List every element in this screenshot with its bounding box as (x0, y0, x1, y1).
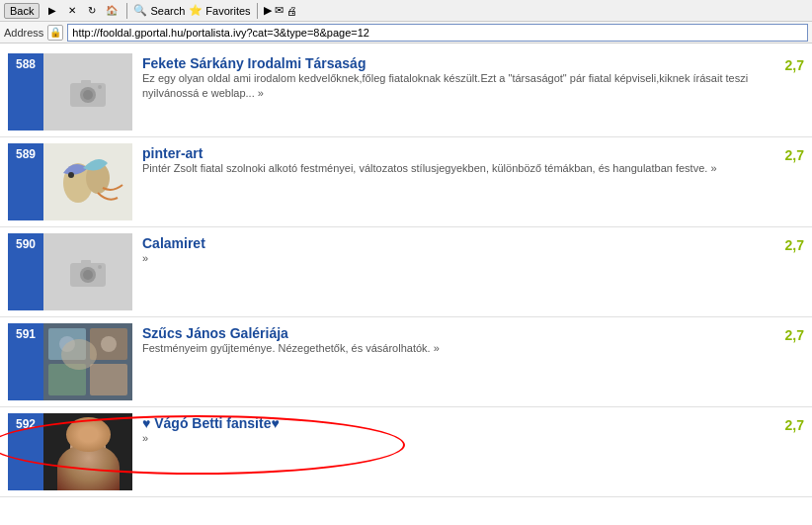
item-content: pinter-artPintér Zsolt fiatal szolnoki a… (142, 143, 774, 220)
url-text: http://fooldal.gportal.hu/portalista.ivy… (72, 27, 369, 39)
item-content: ♥ Vágó Betti fansite♥» (142, 413, 774, 490)
art-thumbnail-img (43, 143, 132, 220)
back-button[interactable]: Back (4, 3, 40, 19)
separator-1 (126, 3, 127, 19)
svg-point-22 (70, 428, 106, 468)
list-item: 589 pinter-artPintér Zsolt fiatal szolno… (0, 137, 812, 227)
svg-rect-3 (81, 80, 91, 85)
svg-rect-15 (48, 328, 86, 360)
list-item: 591 Szűcs János GalériájaFestményeim gyű… (0, 317, 812, 407)
item-thumbnail (43, 323, 132, 400)
svg-point-11 (83, 270, 93, 280)
search-icon: 🔍 (133, 4, 147, 17)
item-rating: 2,7 (774, 323, 804, 400)
svg-point-19 (59, 336, 75, 352)
media-icon[interactable]: ▶ (264, 4, 272, 17)
item-title-link[interactable]: Fekete Sárkány Irodalmi Társaság (142, 55, 365, 71)
item-description: » (142, 431, 774, 446)
item-title-link[interactable]: Calamiret (142, 235, 205, 251)
item-number: 592 (8, 413, 43, 490)
item-thumbnail (43, 53, 132, 131)
mail-icon[interactable]: ✉ (275, 4, 284, 17)
print-icon[interactable]: 🖨 (286, 5, 297, 17)
list-item: 588 Fekete Sárkány Irodalmi TársaságEz e… (0, 47, 812, 137)
item-title-link[interactable]: Szűcs János Galériája (142, 325, 288, 341)
item-number: 591 (8, 323, 43, 400)
gallery-thumbnail-img (43, 323, 132, 400)
item-title-link[interactable]: ♥ Vágó Betti fansite♥ (142, 415, 280, 431)
person-thumbnail-img (43, 413, 132, 490)
item-description: » (142, 251, 774, 266)
star-icon: ⭐ (189, 4, 203, 17)
home-icon[interactable]: 🏠 (103, 2, 121, 20)
item-number: 588 (8, 53, 43, 131)
address-label: Address (4, 27, 43, 39)
list-item: 590 Calamiret»2,7 (0, 227, 812, 317)
stop-icon[interactable]: ✕ (63, 2, 81, 20)
item-rating: 2,7 (774, 53, 804, 131)
list-item: 592 ♥ Vágó Betti fansite♥»2,7 (0, 407, 812, 497)
extra-icons: ▶ ✉ 🖨 (264, 4, 297, 17)
item-rating: 2,7 (774, 233, 804, 310)
item-thumbnail (43, 143, 132, 220)
svg-point-8 (68, 172, 74, 178)
item-description: Ez egy olyan oldal ami irodalom kedvelők… (142, 71, 774, 102)
item-description: Festményeim gyűjteménye. Nézegethetők, é… (142, 341, 774, 356)
item-description: Pintér Zsolt fiatal szolnoki alkotó fest… (142, 161, 774, 176)
camera-icon (68, 255, 108, 290)
svg-point-13 (98, 265, 102, 269)
forward-icon[interactable]: ▶ (43, 2, 61, 20)
favorites-toolbar-item[interactable]: ⭐ Favorites (189, 4, 250, 17)
camera-icon (68, 75, 108, 110)
item-content: Calamiret» (142, 233, 774, 310)
svg-rect-12 (81, 260, 91, 265)
separator-2 (257, 3, 258, 19)
svg-point-25 (92, 442, 98, 446)
address-bar: Address 🔒 http://fooldal.gportal.hu/port… (0, 22, 812, 44)
item-rating: 2,7 (774, 143, 804, 220)
browser-toolbar: Back ▶ ✕ ↻ 🏠 🔍 Search ⭐ Favorites ▶ ✉ 🖨 (0, 0, 812, 22)
nav-icons: ▶ ✕ ↻ 🏠 (43, 2, 121, 20)
lock-icon: 🔒 (47, 25, 63, 41)
item-title-link[interactable]: pinter-art (142, 145, 203, 161)
content-area: 588 Fekete Sárkány Irodalmi TársaságEz e… (0, 44, 812, 501)
svg-point-4 (98, 85, 102, 89)
item-thumbnail (43, 233, 132, 310)
item-thumbnail (43, 413, 132, 490)
svg-rect-18 (90, 364, 127, 395)
address-input[interactable]: http://fooldal.gportal.hu/portalista.ivy… (67, 24, 808, 42)
svg-point-2 (83, 90, 93, 100)
item-content: Szűcs János GalériájaFestményeim gyűjtem… (142, 323, 774, 400)
svg-rect-17 (48, 364, 86, 395)
svg-rect-21 (43, 413, 132, 490)
search-label: Search (150, 5, 185, 17)
refresh-icon[interactable]: ↻ (83, 2, 101, 20)
svg-point-24 (78, 442, 84, 446)
item-content: Fekete Sárkány Irodalmi TársaságEz egy o… (142, 53, 774, 131)
favorites-label: Favorites (205, 5, 250, 17)
svg-point-23 (72, 427, 104, 455)
item-number: 589 (8, 143, 43, 220)
item-rating: 2,7 (774, 413, 804, 490)
item-number: 590 (8, 233, 43, 310)
svg-point-20 (101, 336, 117, 352)
search-toolbar-item[interactable]: 🔍 Search (133, 4, 185, 17)
